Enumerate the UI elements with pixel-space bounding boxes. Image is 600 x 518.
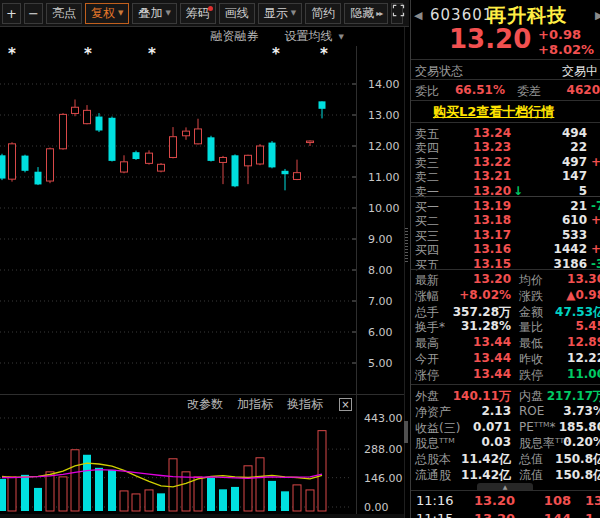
tick-time: 11:16 (416, 493, 453, 508)
tick-time: 11:15 (416, 511, 453, 518)
toolbar-button-zoom-out[interactable]: − (24, 3, 43, 24)
toolbar-button-draw-line[interactable]: 画线 (219, 3, 255, 24)
toolbar-button-overlay[interactable]: 叠加▼ (132, 3, 176, 24)
toolbar-button-display[interactable]: 显示▼ (258, 3, 302, 24)
stock-code: 603601 (430, 6, 493, 24)
svg-text:0.00: 0.00 (364, 501, 389, 514)
collapse-handle[interactable]: ▲ (477, 483, 533, 490)
ask-delta: +2 (591, 155, 600, 169)
indicator-toolbar: 改参数加指标换指标× (0, 397, 352, 412)
margin-trading-link[interactable]: 融资融券 (211, 28, 259, 45)
bid-row[interactable]: 买三13.17533 (411, 228, 600, 242)
next-stock-button[interactable]: ▶ (595, 9, 600, 22)
event-marker: * (8, 45, 16, 63)
toolbar-button-label: 显示 (264, 5, 288, 22)
toolbar-button-label: 隐藏 (350, 5, 374, 22)
stat-value: 0.20% (519, 435, 600, 449)
stat-row: 今开13.44昨收12.22 (411, 351, 600, 367)
toolbar-button-label: 叠加 (138, 5, 162, 22)
bid-price: 13.16 (441, 242, 511, 256)
toolbar-button-highlights[interactable]: 亮点 (46, 3, 82, 24)
ask-price: 13.22 (441, 155, 511, 169)
window-bottom-edge (0, 514, 404, 518)
bid-volume: 533 (511, 228, 587, 242)
stat-value: +8.02% (445, 288, 511, 302)
bid-row[interactable]: 买二13.18610+62 (411, 213, 600, 227)
stat-row: 换手*31.28%量比5.45 (411, 319, 600, 335)
svg-text:9.00: 9.00 (368, 233, 393, 246)
stock-terminal-window: 14.0013.0012.0011.0010.009.008.007.006.0… (0, 0, 600, 518)
stat-label: 最新 (415, 272, 439, 289)
stat-row: 涨停13.44跌停11.00 (411, 367, 600, 383)
bid-price: 13.19 (441, 199, 511, 213)
stat-label: 外盘 (415, 388, 439, 405)
scrollbar-thumb[interactable] (404, 421, 408, 443)
stat-value: 13.44 (445, 335, 511, 349)
toolbar-button-label: 复权 (91, 5, 115, 22)
bid-volume: 1442 (511, 242, 587, 256)
indicator-action-change-params[interactable]: 改参数 (187, 396, 223, 413)
tick-row: 11:1613.2010813 (411, 493, 600, 511)
ask-row[interactable]: 卖四13.2322 (411, 140, 600, 154)
toolbar-button-label: 画线 (225, 5, 249, 22)
svg-text:13.00: 13.00 (368, 109, 400, 122)
ask-volume: 497 (511, 155, 587, 169)
toolbar-button-adjust-mode[interactable]: 复权▼ (85, 3, 129, 24)
ask-row[interactable]: 卖三13.22497+2 (411, 155, 600, 169)
price-change-pct: +8.02% (538, 42, 594, 57)
svg-text:10.00: 10.00 (368, 202, 400, 215)
stat-label: 最高 (415, 335, 439, 352)
ask-price: 13.24 (441, 126, 511, 140)
bid-delta: +1 (591, 242, 600, 256)
stat-value: 2.13 (445, 404, 511, 418)
ask-volume: 494 (511, 126, 587, 140)
chevron-down-icon: ▼ (339, 33, 344, 41)
bid-row[interactable]: 买一13.1921-70 (411, 199, 600, 213)
stat-row: 总手357.28万金额47.53亿 (411, 304, 600, 320)
stat-label: 总手 (415, 304, 439, 321)
svg-text:6.00: 6.00 (368, 326, 393, 339)
indicator-action-switch-indicator[interactable]: 换指标 (287, 396, 323, 413)
tick-row: 11:1513.201441 (411, 511, 600, 518)
ask-price: 13.21 (441, 169, 511, 183)
quote-panel: ◀ 603601 再升科技 ▶ 13.20 +0.98 +8.02% 交易状态 … (410, 0, 600, 518)
toolbar-button-zoom-in[interactable]: + (2, 3, 21, 24)
stat-value: 5.45 (519, 319, 600, 333)
margin-trading-label: 融资融券 (211, 28, 259, 45)
stat-row: 外盘140.11万内盘217.17万 (411, 388, 600, 404)
set-ma-dropdown[interactable]: 设置均线 ▼ (285, 28, 344, 45)
buy-l2-link[interactable]: 购买L2查看十档行情 (433, 103, 554, 121)
weicha-label: 委差 (517, 83, 541, 100)
toolbar-button-chips[interactable]: 筹码 (180, 3, 216, 24)
event-marker: * (148, 45, 156, 63)
indicator-action-add-indicator[interactable]: 加指标 (237, 396, 273, 413)
toolbar-button-label: − (28, 6, 39, 21)
ask-row[interactable]: 卖二13.21147 (411, 169, 600, 183)
bid-price: 13.17 (441, 228, 511, 242)
panel-splitter-grip[interactable] (405, 228, 408, 264)
toolbar-button-hide[interactable]: 隐藏▸▸ (344, 3, 388, 24)
chevron-down-icon: ▼ (118, 9, 123, 17)
tick-volume: 144 (521, 511, 571, 518)
svg-text:8.00: 8.00 (368, 264, 393, 277)
bid-row[interactable]: 买四13.161442+1 (411, 242, 600, 256)
stat-value: 13.44 (445, 351, 511, 365)
toolbar-button-simple-mode[interactable]: 简约 (305, 3, 341, 24)
ask-row[interactable]: 卖五13.24494 (411, 126, 600, 140)
tick-extra: 1 (585, 511, 594, 518)
tick-extra: 13 (585, 493, 600, 508)
stat-value: 150.8亿 (519, 467, 600, 484)
close-indicator-icon[interactable]: × (339, 398, 352, 411)
stat-row: 最新13.20均价13.30 (411, 272, 600, 288)
ask-volume: 147 (511, 169, 587, 183)
stat-value: 11.00 (519, 367, 600, 381)
toolbar-button-fullscreen[interactable] (391, 3, 403, 24)
ask-price: 13.23 (441, 140, 511, 154)
svg-text:288.00: 288.00 (364, 443, 403, 456)
weicha-value: 4620 (567, 83, 600, 97)
toolbar-button-label: 简约 (311, 5, 335, 22)
stat-row: 总股本11.42亿总值150.8亿 (411, 451, 600, 467)
stat-value: 3.73% (519, 404, 600, 418)
prev-stock-button[interactable]: ◀ (414, 9, 422, 22)
stat-value: 150.8亿 (519, 451, 600, 468)
